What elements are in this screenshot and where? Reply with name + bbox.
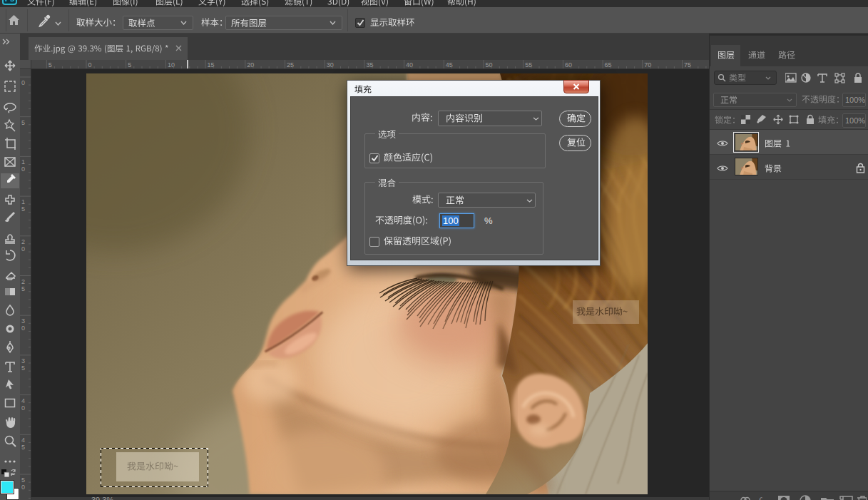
- svg-text:5: 5: [21, 205, 25, 213]
- svg-text:0: 0: [21, 245, 25, 252]
- svg-text:2: 2: [21, 238, 25, 245]
- svg-text:4: 4: [21, 437, 25, 444]
- svg-text:5: 5: [128, 61, 131, 68]
- svg-text:0: 0: [21, 325, 25, 332]
- svg-text:5: 5: [21, 444, 25, 451]
- svg-text:0: 0: [21, 404, 25, 412]
- svg-text:fx: fx: [758, 496, 766, 500]
- svg-text:3: 3: [21, 357, 25, 364]
- svg-text:1: 1: [21, 158, 25, 165]
- svg-text:0: 0: [21, 79, 25, 86]
- svg-text:5: 5: [48, 61, 52, 68]
- svg-text:0: 0: [21, 165, 25, 173]
- svg-text:2: 2: [21, 278, 25, 285]
- svg-text:5: 5: [21, 364, 25, 372]
- svg-text:5: 5: [21, 476, 25, 484]
- svg-text:4: 4: [21, 397, 25, 404]
- svg-text:0: 0: [21, 484, 25, 491]
- svg-text:0: 0: [88, 61, 92, 68]
- svg-text:5: 5: [21, 119, 25, 126]
- svg-text:5: 5: [21, 285, 25, 292]
- svg-text:1: 1: [21, 198, 25, 205]
- svg-text:3: 3: [21, 317, 25, 325]
